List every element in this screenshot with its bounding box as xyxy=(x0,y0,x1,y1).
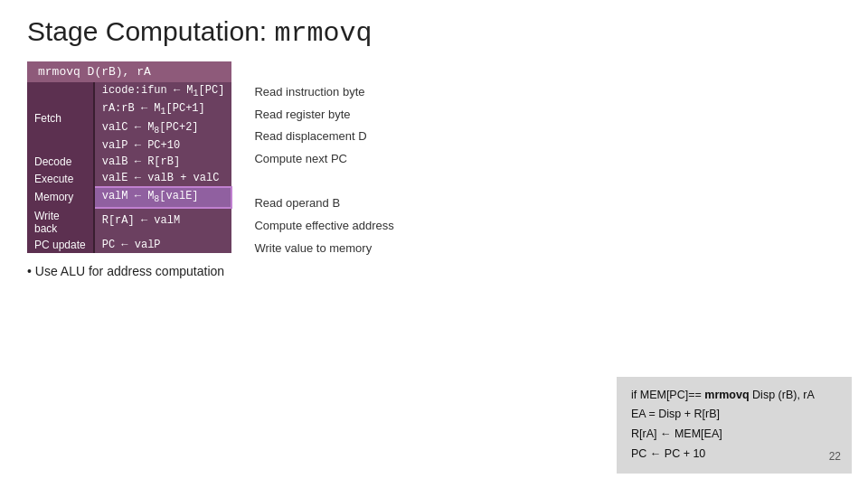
right-annotations: Read instruction byte Read register byte… xyxy=(254,61,393,260)
annotation-write-memory: Write value to memory xyxy=(254,238,393,260)
fetch-row-3: valC ← M8[PC+2] xyxy=(94,119,232,137)
annotation-read-instruction: Read instruction byte xyxy=(254,81,393,104)
box-line1-mono: mrmovq xyxy=(704,389,749,401)
table-row: Memory valM ← M8[valE] xyxy=(27,187,231,207)
table-row: PC update PC ← valP xyxy=(27,237,231,253)
stage-label-fetch: Fetch xyxy=(27,82,94,154)
annotation-read-register: Read register byte xyxy=(254,104,393,127)
box-line2: EA = Disp + R[rB] xyxy=(631,405,837,425)
memory-row-1: valM ← M8[valE] xyxy=(94,187,232,207)
decode-row-1: valB ← R[rB] xyxy=(94,154,232,170)
bullet-section: • Use ALU for address computation xyxy=(27,264,232,278)
execute-row-1: valE ← valB + valC xyxy=(94,170,232,187)
left-block: mrmovq D(rB), rA Fetch icode:ifun ← M1[P… xyxy=(27,61,232,278)
fetch-row-4: valP ← PC+10 xyxy=(94,137,232,154)
annotation-read-operand: Read operand B xyxy=(254,192,393,215)
stage-label-decode: Decode xyxy=(27,154,94,170)
table-row: Fetch icode:ifun ← M1[PC] xyxy=(27,82,231,100)
page-title: Stage Computation: mrmovq xyxy=(27,16,841,49)
box-line1-text: if MEM[PC]== xyxy=(631,389,702,401)
table-row: Execute valE ← valB + valC xyxy=(27,170,231,187)
annotation-empty1 xyxy=(254,171,393,193)
box-line1: if MEM[PC]== mrmovq Disp (rB), rA xyxy=(631,386,837,406)
box-line4: PC ← PC + 10 xyxy=(631,445,837,465)
stage-label-memory: Memory xyxy=(27,187,94,207)
annotation-compute-pc: Compute next PC xyxy=(254,148,393,171)
box-line1-rest: Disp (rB), rA xyxy=(752,389,815,401)
box-line3: R[rA] ← MEM[EA] xyxy=(631,425,837,445)
fetch-row-1: icode:ifun ← M1[PC] xyxy=(94,82,232,100)
stage-label-pcupdate: PC update xyxy=(27,237,94,253)
stage-label-execute: Execute xyxy=(27,170,94,187)
table-header: mrmovq D(rB), rA xyxy=(27,61,231,82)
stage-table: mrmovq D(rB), rA Fetch icode:ifun ← M1[P… xyxy=(27,61,232,253)
annotation-effective: Compute effective address xyxy=(254,215,393,238)
writeback-row-1: R[rA] ← valM xyxy=(94,208,232,233)
stage-label-writeback: Writeback xyxy=(27,208,94,237)
bottom-right-box: if MEM[PC]== mrmovq Disp (rB), rA EA = D… xyxy=(617,377,852,474)
pcupdate-row-1: PC ← valP xyxy=(94,237,232,253)
page-number: 22 xyxy=(829,447,841,466)
table-row: Decode valB ← R[rB] xyxy=(27,154,231,170)
title-text: Stage Computation: xyxy=(27,16,275,46)
page: Stage Computation: mrmovq mrmovq D(rB), … xyxy=(0,0,868,287)
annotation-read-displacement: Read displacement D xyxy=(254,126,393,148)
main-content: mrmovq D(rB), rA Fetch icode:ifun ← M1[P… xyxy=(27,61,841,278)
bullet-text: • Use ALU for address computation xyxy=(27,264,224,278)
title-mono: mrmovq xyxy=(275,18,373,49)
table-row: Writeback R[rA] ← valM xyxy=(27,208,231,233)
fetch-row-2: rA:rB ← M1[PC+1] xyxy=(94,100,232,118)
